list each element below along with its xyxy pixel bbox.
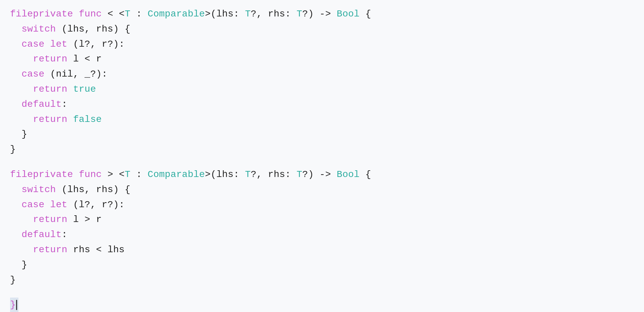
code-block-2: fileprivate func > <T : Comparable>(lhs:… xyxy=(10,167,634,287)
code-token: > < xyxy=(102,169,124,180)
code-token: let xyxy=(50,39,67,49)
code-line: return false xyxy=(10,112,634,127)
code-token: { xyxy=(360,169,371,180)
code-token xyxy=(10,229,21,240)
code-token: ?) -> xyxy=(302,9,337,19)
code-token: switch xyxy=(21,24,56,34)
code-token: false xyxy=(73,114,102,125)
code-token: Bool xyxy=(337,9,360,19)
code-line: } xyxy=(10,258,634,273)
code-token: >(lhs: xyxy=(205,169,245,180)
code-line: default: xyxy=(10,227,634,242)
code-token: ?, rhs: xyxy=(251,169,297,180)
code-token xyxy=(10,24,21,34)
code-editor: fileprivate func < <T : Comparable>(lhs:… xyxy=(0,0,644,312)
code-token: l < r xyxy=(67,54,102,64)
code-token: (nil, _?): xyxy=(45,69,108,79)
code-token: fileprivate xyxy=(10,169,73,180)
code-token xyxy=(10,184,21,195)
code-line: return rhs < lhs xyxy=(10,242,634,258)
code-token: T xyxy=(245,9,251,19)
code-token: (l?, r?): xyxy=(67,199,125,210)
code-token: return xyxy=(33,54,67,64)
code-token: { xyxy=(360,9,371,19)
code-token: ?, rhs: xyxy=(251,9,297,19)
code-token: (lhs, rhs) { xyxy=(56,24,130,34)
code-token: } xyxy=(10,275,16,285)
code-token xyxy=(10,99,21,109)
code-token: fileprivate xyxy=(10,9,73,19)
code-line: switch (lhs, rhs) { xyxy=(10,182,634,197)
code-token xyxy=(67,84,73,94)
code-token xyxy=(10,39,21,49)
code-token: T xyxy=(125,9,130,19)
code-token: case xyxy=(21,199,44,210)
code-token: Comparable xyxy=(148,9,205,19)
code-token xyxy=(10,69,21,79)
code-token: case xyxy=(21,39,44,49)
code-token: ?) -> xyxy=(302,169,337,180)
code-token: (lhs, rhs) { xyxy=(56,184,130,195)
code-token xyxy=(45,199,50,210)
code-token xyxy=(73,9,79,19)
code-token xyxy=(10,214,33,225)
code-token: Bool xyxy=(337,169,360,180)
cursor-line-text: } xyxy=(10,300,16,310)
code-line: case let (l?, r?): xyxy=(10,37,634,52)
code-line: fileprivate func > <T : Comparable>(lhs:… xyxy=(10,167,634,182)
code-token: : xyxy=(130,169,148,180)
code-token: l > r xyxy=(67,214,102,225)
code-token xyxy=(67,114,73,125)
text-cursor xyxy=(16,300,17,310)
cursor-line: } xyxy=(10,298,634,312)
code-token: return xyxy=(33,84,67,94)
code-token: } xyxy=(10,260,27,270)
code-token xyxy=(45,39,50,49)
code-line: return l > r xyxy=(10,212,634,227)
code-token: func xyxy=(79,9,102,19)
code-token: func xyxy=(79,169,102,180)
code-line: } xyxy=(10,273,634,288)
code-token: : xyxy=(130,9,148,19)
code-block-1: fileprivate func < <T : Comparable>(lhs:… xyxy=(10,7,634,157)
code-token: let xyxy=(50,199,67,210)
code-line: } xyxy=(10,127,634,142)
code-line: fileprivate func < <T : Comparable>(lhs:… xyxy=(10,7,634,22)
code-token: return xyxy=(33,244,67,255)
code-token: T xyxy=(125,169,130,180)
code-line: return l < r xyxy=(10,52,634,67)
code-line: case let (l?, r?): xyxy=(10,197,634,213)
code-token: < < xyxy=(102,9,124,19)
code-token xyxy=(10,199,21,210)
code-token: T xyxy=(297,9,302,19)
code-token: return xyxy=(33,214,67,225)
code-line: switch (lhs, rhs) { xyxy=(10,22,634,37)
code-token: switch xyxy=(21,184,56,195)
code-token: T xyxy=(297,169,302,180)
code-line: default: xyxy=(10,97,634,112)
code-token: case xyxy=(21,69,44,79)
code-line: } xyxy=(10,142,634,157)
code-token xyxy=(73,169,79,180)
code-token: default xyxy=(21,229,62,240)
code-line: case (nil, _?): xyxy=(10,67,634,82)
code-token: : xyxy=(62,229,67,240)
code-line: return true xyxy=(10,82,634,97)
code-token: : xyxy=(62,99,67,109)
code-token xyxy=(10,54,33,64)
code-token: T xyxy=(245,169,251,180)
code-token: rhs < lhs xyxy=(67,244,125,255)
code-token: default xyxy=(21,99,62,109)
code-token: } xyxy=(10,129,27,139)
code-token: Comparable xyxy=(148,169,205,180)
code-token xyxy=(10,84,33,94)
code-token: true xyxy=(73,84,96,94)
code-token: return xyxy=(33,114,67,125)
code-token: (l?, r?): xyxy=(67,39,125,49)
code-token xyxy=(10,114,33,125)
code-token xyxy=(10,244,33,255)
code-token: } xyxy=(10,144,16,154)
code-token: >(lhs: xyxy=(205,9,245,19)
